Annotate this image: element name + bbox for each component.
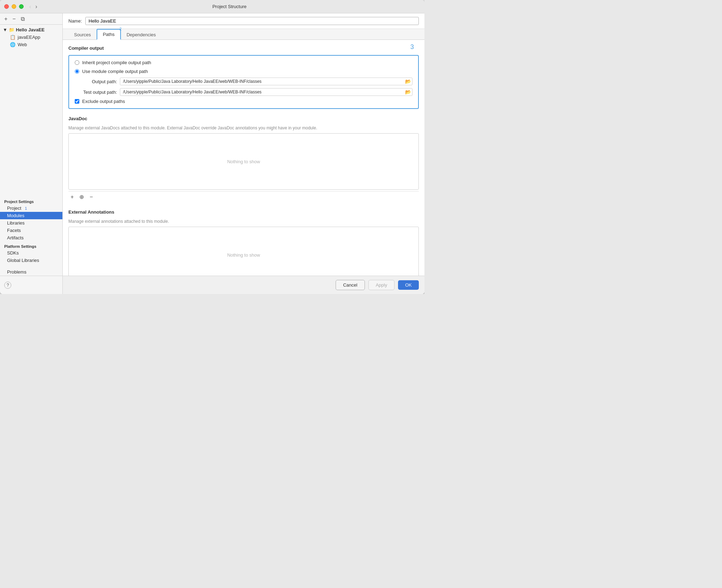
use-module-radio-row: Use module compile output path (75, 69, 412, 74)
name-label: Name: (68, 18, 82, 24)
remove-module-button[interactable]: − (11, 15, 17, 23)
project-settings-header: Project Settings (0, 197, 62, 204)
tab-dependencies[interactable]: Dependencies (121, 30, 161, 39)
facets-label: Facets (7, 228, 21, 233)
javadoc-list: Nothing to show (68, 133, 419, 190)
tab-sources[interactable]: Sources (68, 30, 97, 39)
paths-content: 3 Compiler output Inherit project compil… (63, 40, 424, 276)
module-icon: 📁 (9, 27, 14, 32)
inherit-radio[interactable] (75, 60, 79, 65)
output-path-input[interactable] (120, 78, 412, 85)
ok-button[interactable]: OK (398, 280, 419, 290)
javadoc-empty-label: Nothing to show (227, 159, 260, 164)
sidebar-item-artifacts[interactable]: Artifacts (0, 234, 62, 241)
titlebar: ‹ › Project Structure (0, 0, 424, 13)
window-title: Project Structure (39, 4, 420, 9)
tab-paths-label: Paths (103, 32, 115, 37)
javadoc-add-button[interactable]: + (68, 193, 76, 201)
tree-root-label: Hello JavaEE (16, 27, 45, 32)
test-output-path-row: Test output path: 📂 (75, 88, 412, 96)
sidebar-bottom: ? (0, 276, 62, 294)
minimize-button[interactable] (12, 4, 16, 9)
tree-item-label: javaEEApp (18, 35, 40, 40)
compiler-output-title: Compiler output (68, 45, 419, 51)
back-button[interactable]: ‹ (28, 3, 32, 11)
sidebar-item-libraries[interactable]: Libraries (0, 219, 62, 227)
problems-label: Problems (7, 269, 26, 275)
bottom-bar: Cancel Apply OK (63, 276, 424, 294)
sidebar-item-project[interactable]: Project 1 (0, 204, 62, 212)
exclude-checkbox-row: Exclude output paths (75, 99, 412, 104)
sidebar-item-modules[interactable]: Modules (0, 212, 62, 219)
modules-label: Modules (7, 213, 24, 218)
output-path-browse-button[interactable]: 📂 (405, 79, 411, 84)
tree-item-web[interactable]: 🌐 Web (0, 41, 62, 48)
output-path-wrapper: 📂 (120, 78, 412, 85)
tab-dependencies-label: Dependencies (127, 32, 156, 37)
javadoc-description: Manage external JavaDocs attached to thi… (68, 125, 419, 130)
javadoc-add-extra-button[interactable]: ⊕ (77, 193, 86, 201)
module-name-input[interactable] (85, 17, 419, 25)
sidebar: + − ⧉ ▼ 📁 Hello JavaEE 📋 javaEEApp 🌐 (0, 13, 63, 294)
exclude-checkbox[interactable] (75, 99, 79, 104)
main-panel: Name: Sources Paths 2 Dependencies 3 (63, 13, 424, 294)
external-annotations-title: External Annotations (68, 209, 419, 215)
javaeeapp-icon: 📋 (10, 35, 16, 40)
sidebar-tree: ▼ 📁 Hello JavaEE 📋 javaEEApp 🌐 Web (0, 25, 62, 197)
test-output-path-wrapper: 📂 (120, 88, 412, 96)
external-annotations-list: Nothing to show (68, 227, 419, 276)
javadoc-remove-button[interactable]: − (87, 193, 95, 201)
copy-module-button[interactable]: ⧉ (19, 15, 26, 23)
javadoc-section: JavaDoc Manage external JavaDocs attache… (68, 116, 419, 202)
global-libraries-label: Global Libraries (7, 258, 39, 263)
step3-badge: 3 (410, 43, 414, 51)
javadoc-title: JavaDoc (68, 116, 419, 121)
sidebar-toolbar: + − ⧉ (0, 13, 62, 25)
paths-step-num: 2 (120, 27, 122, 31)
inherit-radio-row: Inherit project compile output path (75, 60, 412, 65)
output-path-row: Output path: 📂 (75, 78, 412, 85)
external-annotations-section: External Annotations Manage external ann… (68, 209, 419, 276)
tabs-row: Sources Paths 2 Dependencies (63, 29, 424, 40)
sidebar-item-facets[interactable]: Facets (0, 227, 62, 234)
javadoc-toolbar: + ⊕ − (68, 191, 419, 202)
project-badge: 1 (25, 206, 27, 210)
sdks-label: SDKs (7, 250, 19, 256)
inherit-radio-label[interactable]: Inherit project compile output path (82, 60, 151, 65)
tab-paths[interactable]: Paths 2 (97, 29, 121, 40)
external-annotations-description: Manage external annotations attached to … (68, 219, 419, 224)
compiler-output-box: Inherit project compile output path Use … (68, 55, 419, 109)
tab-sources-label: Sources (74, 32, 91, 37)
project-structure-window: ‹ › Project Structure + − ⧉ ▼ 📁 Hello Ja… (0, 0, 424, 294)
sidebar-item-problems[interactable]: Problems (0, 268, 62, 276)
name-row: Name: (63, 13, 424, 29)
web-icon: 🌐 (10, 42, 16, 47)
maximize-button[interactable] (19, 4, 24, 9)
add-module-button[interactable]: + (3, 15, 9, 23)
tree-item-label: Web (18, 42, 27, 47)
sidebar-item-global-libraries[interactable]: Global Libraries (0, 257, 62, 264)
help-button[interactable]: ? (4, 282, 11, 289)
triangle-icon: ▼ (3, 27, 7, 32)
cancel-button[interactable]: Cancel (336, 280, 365, 290)
use-module-radio-label[interactable]: Use module compile output path (82, 69, 148, 74)
test-output-path-browse-button[interactable]: 📂 (405, 89, 411, 95)
artifacts-label: Artifacts (7, 235, 24, 240)
nav-buttons: ‹ › (28, 3, 39, 11)
libraries-label: Libraries (7, 220, 25, 226)
close-button[interactable] (4, 4, 9, 9)
traffic-lights (4, 4, 24, 9)
sidebar-item-sdks[interactable]: SDKs (0, 249, 62, 257)
tree-item-javaeeapp[interactable]: 📋 javaEEApp (0, 33, 62, 41)
use-module-radio[interactable] (75, 69, 79, 74)
exclude-checkbox-label[interactable]: Exclude output paths (82, 99, 125, 104)
apply-button[interactable]: Apply (368, 280, 395, 290)
tree-root-item[interactable]: ▼ 📁 Hello JavaEE (0, 26, 62, 33)
test-output-path-input[interactable] (120, 88, 412, 96)
forward-button[interactable]: › (34, 3, 38, 11)
project-label: Project (7, 206, 21, 211)
main-content: + − ⧉ ▼ 📁 Hello JavaEE 📋 javaEEApp 🌐 (0, 13, 424, 294)
platform-settings-header: Platform Settings (0, 241, 62, 249)
external-annotations-empty-label: Nothing to show (227, 252, 260, 258)
test-output-path-label: Test output path: (75, 90, 117, 95)
